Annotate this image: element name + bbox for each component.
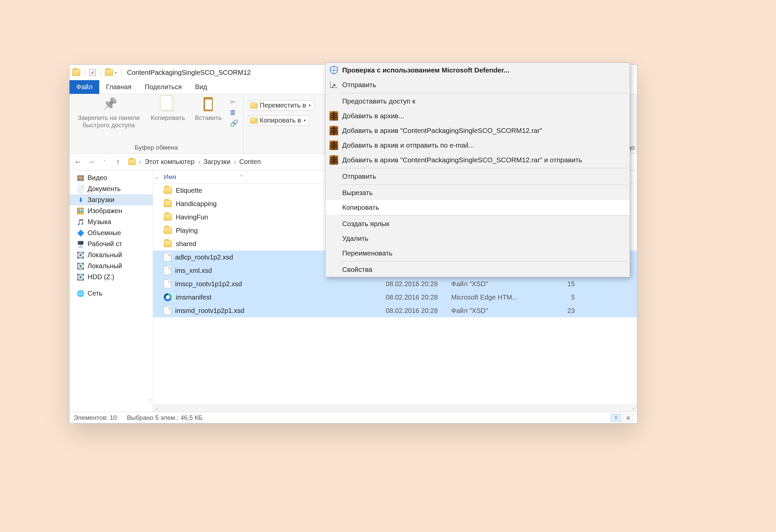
pin-icon	[101, 96, 116, 112]
file-name-cell[interactable]: imscp_rootv1p1p2.xsd	[160, 280, 348, 288]
scroll-right-icon[interactable]: ›	[630, 406, 637, 411]
column-name[interactable]: Имя ⌃	[160, 173, 348, 181]
file-name-cell[interactable]: HavingFun	[160, 213, 348, 221]
status-bar: Элементов: 10 Выбрано 5 элем.: 46,5 КБ ☰…	[70, 412, 637, 423]
sidebar-item[interactable]: 🖥️Рабочий ст	[70, 238, 153, 249]
separator	[121, 69, 121, 76]
file-name-cell[interactable]: ims_xml.xsd	[160, 266, 348, 275]
ctx-item-grant-access[interactable]: Предоставить доступ к	[326, 94, 630, 109]
file-type: Microsoft Edge HTM...	[448, 294, 548, 301]
sidebar-item-label: Видео	[88, 174, 107, 182]
recent-dropdown[interactable]: ˅	[100, 159, 110, 164]
crumb-folder[interactable]: Conten	[239, 158, 261, 166]
table-row[interactable]: imsmanifest08.02.2016 20:28Microsoft Edg…	[153, 291, 637, 304]
file-name-cell[interactable]: Handicapping	[160, 200, 348, 208]
folder-icon[interactable]	[105, 69, 113, 76]
sidebar-item[interactable]: 💽Локальный	[70, 260, 153, 272]
ribbon-group-clipboard: Закрепить на панели быстрого доступа Коп…	[70, 94, 243, 153]
sidebar-item[interactable]: 🔷Объемные	[70, 227, 153, 238]
ctx-item-add-archive[interactable]: Добавить в архив...	[326, 109, 630, 123]
sidebar-item[interactable]: 💽Локальный	[70, 249, 153, 260]
paste-icon	[201, 96, 216, 112]
ctx-item-defender[interactable]: Проверка с использованием Microsoft Defe…	[326, 63, 630, 77]
copy-to-button[interactable]: Копировать в ▾	[248, 115, 309, 126]
chevron-down-icon: ▾	[309, 103, 311, 108]
view-details-button[interactable]: ☰	[611, 414, 621, 421]
tab-home[interactable]: Главная	[99, 80, 138, 94]
ctx-item-delete[interactable]: Удалить	[326, 231, 630, 246]
scroll-left-icon[interactable]: ‹	[153, 406, 160, 411]
ctx-item-add-archive-named-email[interactable]: Добавить в архив "ContentPackagingSingle…	[326, 153, 630, 167]
ctx-item-properties[interactable]: Свойства	[326, 262, 630, 277]
expand-toggle-icon[interactable]: ⌄	[153, 174, 160, 180]
file-name-cell[interactable]: Playing	[160, 227, 348, 234]
ctx-label: Создать ярлык	[342, 220, 389, 228]
tab-share[interactable]: Поделиться	[138, 80, 188, 94]
ctx-label: Добавить в архив "ContentPackagingSingle…	[342, 156, 582, 164]
checkbox-icon[interactable]: ✔	[89, 69, 96, 76]
copy-path-mini-button[interactable]: ≣	[230, 109, 236, 117]
sidebar-item[interactable]: 🎵Музыка	[70, 216, 153, 227]
view-thumbnails-button[interactable]: ▦	[623, 414, 633, 421]
file-size: 23	[548, 307, 578, 315]
sidebar-item[interactable]: 🖼️Изображен	[70, 205, 153, 216]
ctx-label: Проверка с использованием Microsoft Defe…	[342, 66, 509, 74]
ctx-item-send-to[interactable]: Отправить	[326, 169, 630, 184]
ctx-item-cut[interactable]: Вырезать	[326, 185, 630, 200]
move-to-icon	[250, 103, 258, 109]
copy-button[interactable]: Копировать	[149, 96, 186, 122]
ctx-label: Добавить в архив "ContentPackagingSingle…	[342, 127, 542, 135]
sidebar-item[interactable]: 🎞️Видео	[70, 172, 153, 183]
status-item-count: Элементов: 10	[74, 414, 117, 421]
crumb-this-pc[interactable]: Этот компьютер	[145, 158, 195, 166]
file-date: 08.02.2016 20:28	[348, 307, 448, 315]
sidebar-item[interactable]: 📄Документь	[70, 183, 153, 194]
pane-collapse-icon[interactable]: ˅	[149, 399, 151, 404]
forward-button[interactable]: →	[86, 158, 96, 166]
sidebar-icon: 🖼️	[77, 207, 84, 215]
navigation-pane[interactable]: 🎞️Видео📄Документь⬇Загрузки🖼️Изображен🎵Му…	[70, 170, 153, 412]
sidebar-item-label: Объемные	[88, 229, 121, 237]
pin-to-quick-access-button[interactable]: Закрепить на панели быстрого доступа	[74, 96, 143, 129]
file-name: adlcp_rootv1p2.xsd	[175, 253, 233, 261]
ctx-item-add-archive-email[interactable]: Добавить в архив и отправить по e-mail..…	[326, 138, 630, 153]
file-name: Handicapping	[176, 200, 217, 208]
ctx-item-send[interactable]: Отправить	[326, 77, 630, 92]
file-name-cell[interactable]: Etiquette	[160, 187, 348, 194]
table-row[interactable]: imscp_rootv1p1p2.xsd08.02.2016 20:28Файл…	[153, 277, 637, 291]
file-name-cell[interactable]: shared	[160, 240, 348, 248]
tab-view[interactable]: Вид	[188, 80, 214, 94]
network-icon: 🌐	[77, 290, 84, 297]
paste-button[interactable]: Вставить	[192, 96, 224, 122]
file-name-cell[interactable]: adlcp_rootv1p2.xsd	[160, 253, 348, 261]
ctx-item-rename[interactable]: Переименовать	[326, 246, 630, 260]
sort-asc-icon: ⌃	[240, 174, 243, 179]
tab-file[interactable]: Файл	[70, 80, 99, 94]
up-button[interactable]: ↑	[113, 158, 123, 166]
cut-mini-button[interactable]: ✂	[230, 98, 236, 106]
separator	[85, 69, 85, 76]
ctx-item-add-archive-named[interactable]: Добавить в архив "ContentPackagingSingle…	[326, 123, 630, 138]
file-name-cell[interactable]: imsmd_rootv1p2p1.xsd	[160, 306, 348, 315]
winrar-icon	[329, 111, 339, 121]
paste-shortcut-mini-button[interactable]: 🔗	[230, 119, 238, 127]
file-name-cell[interactable]: imsmanifest	[160, 293, 348, 301]
ctx-item-create-shortcut[interactable]: Создать ярлык	[326, 216, 630, 231]
sidebar-icon: 📄	[77, 185, 84, 193]
ctx-item-copy[interactable]: Копировать	[326, 200, 630, 215]
sidebar-item-label: Изображен	[88, 207, 122, 215]
qat-dropdown[interactable]: ▾	[115, 71, 117, 74]
table-row[interactable]: imsmd_rootv1p2p1.xsd08.02.2016 20:28Файл…	[153, 304, 637, 317]
sidebar-item[interactable]: 💽HDD (Z:)	[70, 272, 153, 283]
sidebar-item-label: Рабочий ст	[88, 240, 122, 248]
sidebar-item-label: Музыка	[88, 218, 111, 226]
sidebar-icon: 🖥️	[77, 240, 84, 248]
crumb-downloads[interactable]: Загрузки	[204, 158, 231, 166]
sidebar-item[interactable]: ⬇Загрузки	[70, 194, 153, 205]
sidebar-item-network[interactable]: 🌐 Сеть	[70, 288, 153, 299]
back-button[interactable]: ←	[73, 158, 83, 166]
sidebar-item-label: Загрузки	[88, 196, 115, 204]
horizontal-scrollbar[interactable]: ‹ ›	[153, 404, 637, 412]
move-to-button[interactable]: Переместить в ▾	[248, 100, 314, 111]
folder-icon	[72, 69, 80, 76]
